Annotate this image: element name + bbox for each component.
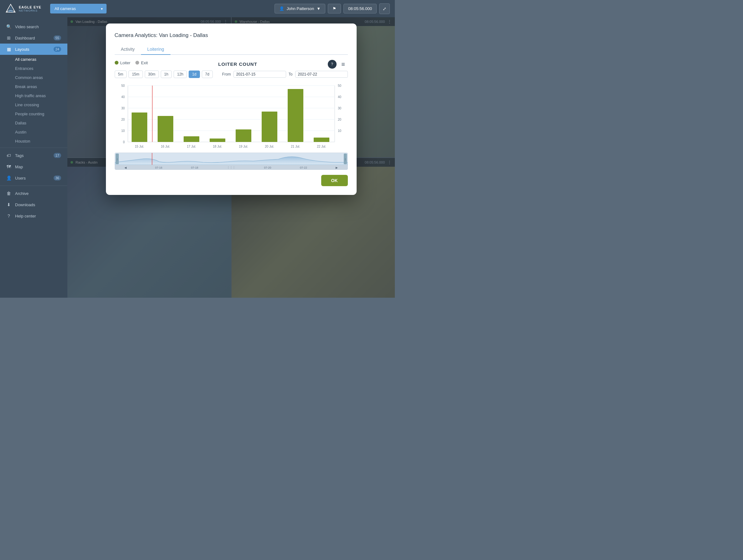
svg-text:40: 40 — [338, 95, 342, 99]
legend-loiter: Loiter — [115, 60, 131, 65]
chart-header-row: Loiter Exit LOITER COUNT ? ≡ — [115, 60, 348, 69]
chart-action-buttons: ? ≡ — [328, 60, 348, 69]
submenu-item-austin[interactable]: Austin — [15, 128, 68, 137]
mini-timeline-nav: ◀ 07-16 07-18 ⋮⋮⋮ 07-20 07-22 ▶ — [115, 165, 348, 170]
sidebar-item-map[interactable]: 🗺 Map — [0, 161, 68, 172]
topbar-right: 👤 John Patterson ▼ ⚑ 08:05:56.000 ⤢ — [274, 3, 390, 14]
submenu-item-break-areas[interactable]: Break areas — [15, 82, 68, 91]
camera-dropdown[interactable]: All cameras — [50, 4, 106, 13]
bar-15jul — [132, 113, 147, 142]
submenu-item-high-traffic[interactable]: High traffic areas — [15, 91, 68, 100]
sidebar-divider-1 — [0, 147, 68, 148]
sidebar-label-video-search: Video search — [15, 25, 39, 29]
sidebar-item-dashboard[interactable]: ⊞ Dashboard 55 — [0, 32, 68, 44]
svg-text:15 Jul.: 15 Jul. — [135, 145, 144, 148]
ok-button[interactable]: OK — [321, 175, 348, 186]
legend-loiter-label: Loiter — [120, 60, 131, 65]
camera-dropdown-wrapper[interactable]: All cameras — [50, 4, 106, 13]
brand-sub: NETWORKS — [19, 9, 41, 12]
svg-text:20: 20 — [338, 118, 342, 121]
chart-help-button[interactable]: ? — [328, 60, 337, 69]
tab-loitering[interactable]: Loitering — [141, 44, 171, 55]
svg-text:22 Jul.: 22 Jul. — [317, 145, 326, 148]
time-range-7d[interactable]: 7d — [202, 71, 213, 78]
svg-marker-1 — [8, 6, 13, 11]
date-to-input[interactable] — [295, 71, 348, 78]
mini-timeline[interactable]: | | ◀ 07-16 07-18 ⋮⋮⋮ 07-20 07-22 ▶ — [115, 153, 348, 170]
time-range-5m[interactable]: 5m — [115, 71, 127, 78]
dashboard-icon: ⊞ — [6, 35, 11, 40]
time-range-12h[interactable]: 12h — [174, 71, 187, 78]
legend-loiter-dot — [115, 61, 119, 64]
modal-overlay: Camera Analytics: Van Loading - Dallas A… — [68, 17, 395, 298]
sidebar-item-layouts[interactable]: ▦ Layouts 24 — [0, 44, 68, 55]
submenu-item-line-crossing[interactable]: Line crossing — [15, 100, 68, 110]
expand-button[interactable]: ⤢ — [379, 3, 390, 14]
sidebar-item-help[interactable]: ? Help center — [0, 210, 68, 222]
bar-22jul — [314, 138, 330, 142]
svg-text:21 Jul.: 21 Jul. — [291, 145, 300, 148]
timeline-drag-icon[interactable]: ⋮⋮⋮ — [227, 166, 235, 169]
svg-text:40: 40 — [121, 95, 125, 99]
tags-badge: 17 — [54, 153, 61, 158]
search-icon: 🔍 — [6, 24, 11, 29]
tags-icon: 🏷 — [6, 153, 11, 158]
bar-17jul — [184, 136, 199, 142]
sidebar-label-help: Help center — [15, 214, 36, 218]
submenu-item-people-counting[interactable]: People counting — [15, 110, 68, 119]
submenu-item-houston[interactable]: Houston — [15, 137, 68, 146]
submenu-item-all-cameras[interactable]: All cameras — [15, 55, 68, 64]
bar-18jul — [210, 138, 225, 142]
date-from-input[interactable] — [233, 71, 286, 78]
submenu-item-entrances[interactable]: Entrances — [15, 64, 68, 73]
timestamp-display: 08:05:56.000 — [348, 6, 372, 11]
layouts-icon: ▦ — [6, 47, 11, 52]
content-area: Van Loading - Dallas 08:05:56.000 ⋮ Ware… — [68, 17, 395, 298]
sidebar-label-map: Map — [15, 165, 23, 169]
sidebar-item-video-search[interactable]: 🔍 Video search — [0, 21, 68, 32]
eagle-eye-logo-icon — [5, 3, 16, 14]
sidebar-item-users[interactable]: 👤 Users 36 — [0, 172, 68, 184]
timestamp-button[interactable]: 08:05:56.000 — [344, 4, 377, 13]
layouts-submenu: All cameras Entrances Common areas Break… — [0, 55, 68, 146]
analytics-modal: Camera Analytics: Van Loading - Dallas A… — [106, 24, 357, 195]
time-range-30m[interactable]: 30m — [145, 71, 159, 78]
sidebar-item-archive[interactable]: 🗑 Archive — [0, 188, 68, 199]
flag-button[interactable]: ⚑ — [328, 4, 341, 13]
mini-chart-svg: | | — [115, 153, 348, 165]
logo: EAGLE EYE NETWORKS — [5, 3, 41, 14]
archive-icon: 🗑 — [6, 191, 11, 196]
sidebar: 🔍 Video search ⊞ Dashboard 55 ▦ Layouts … — [0, 17, 68, 298]
time-range-15m[interactable]: 15m — [129, 71, 142, 78]
sidebar-item-downloads[interactable]: ⬇ Downloads — [0, 199, 68, 210]
expand-icon: ⤢ — [383, 6, 386, 11]
downloads-icon: ⬇ — [6, 202, 11, 207]
timeline-prev-icon[interactable]: ◀ — [124, 166, 127, 169]
time-range-1d[interactable]: 1d — [189, 71, 200, 78]
svg-text:18 Jul.: 18 Jul. — [213, 145, 222, 148]
timeline-next-icon[interactable]: ▶ — [336, 166, 338, 169]
svg-text:10: 10 — [338, 129, 342, 133]
submenu-item-dallas[interactable]: Dallas — [15, 119, 68, 128]
user-menu-button[interactable]: 👤 John Patterson ▼ — [274, 4, 325, 13]
time-range-1h[interactable]: 1h — [161, 71, 172, 78]
legend-exit-dot — [135, 61, 139, 64]
layouts-badge: 24 — [54, 47, 61, 52]
chart-menu-button[interactable]: ≡ — [339, 60, 348, 69]
sidebar-label-dashboard: Dashboard — [15, 36, 35, 40]
map-icon: 🗺 — [6, 164, 11, 169]
main-layout: 🔍 Video search ⊞ Dashboard 55 ▦ Layouts … — [0, 17, 395, 298]
sidebar-label-tags: Tags — [15, 153, 24, 158]
user-name: John Patterson — [287, 6, 314, 11]
timeline-label-3: 07-20 — [264, 166, 271, 169]
svg-text:16 Jul.: 16 Jul. — [161, 145, 170, 148]
bar-21jul — [288, 89, 303, 142]
bar-chart-wrapper: 50 40 30 20 10 0 50 40 30 — [115, 82, 348, 152]
sidebar-item-tags[interactable]: 🏷 Tags 17 — [0, 150, 68, 161]
time-range-row: 5m 15m 30m 1h 12h 1d 7d From To — [115, 71, 348, 78]
timeline-label-2: 07-18 — [191, 166, 198, 169]
tab-activity[interactable]: Activity — [115, 44, 141, 55]
bar-19jul — [236, 129, 251, 142]
submenu-item-common-areas[interactable]: Common areas — [15, 73, 68, 82]
svg-text:17 Jul.: 17 Jul. — [187, 145, 196, 148]
